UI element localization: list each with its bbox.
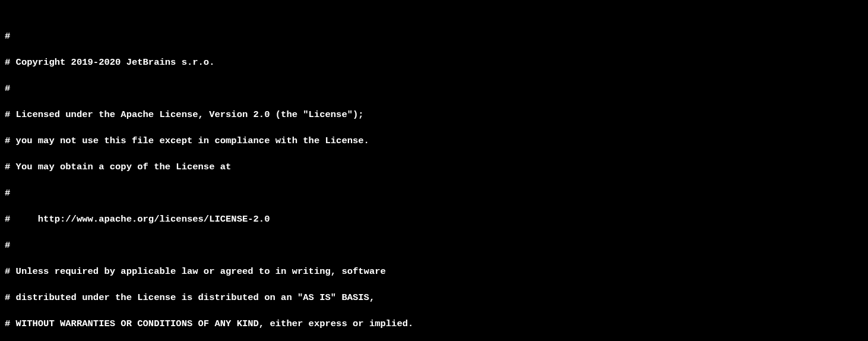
code-line: # Unless required by applicable law or a…: [5, 265, 863, 278]
code-line: # WITHOUT WARRANTIES OR CONDITIONS OF AN…: [5, 317, 863, 330]
code-line: #: [5, 187, 863, 200]
code-line: #: [5, 82, 863, 95]
code-line: #: [5, 30, 863, 43]
code-line: #: [5, 239, 863, 252]
code-line: # http://www.apache.org/licenses/LICENSE…: [5, 213, 863, 226]
code-line: # you may not use this file except in co…: [5, 134, 863, 147]
code-line: # distributed under the License is distr…: [5, 291, 863, 304]
code-line: # Licensed under the Apache License, Ver…: [5, 108, 863, 121]
code-line: # Copyright 2019-2020 JetBrains s.r.o.: [5, 56, 863, 69]
code-line: # You may obtain a copy of the License a…: [5, 160, 863, 173]
